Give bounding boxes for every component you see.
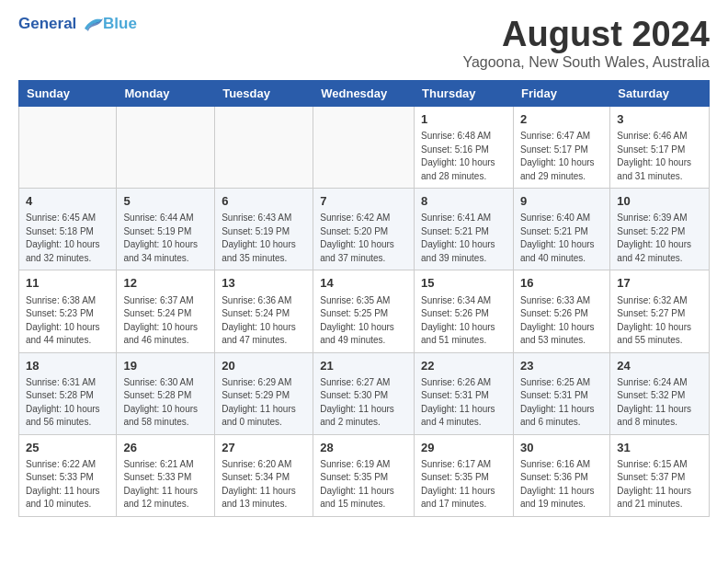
day-info: Sunrise: 6:48 AM Sunset: 5:16 PM Dayligh… bbox=[421, 130, 506, 183]
calendar-cell bbox=[215, 107, 313, 189]
day-info: Sunrise: 6:29 AM Sunset: 5:29 PM Dayligh… bbox=[222, 376, 306, 430]
day-info: Sunrise: 6:37 AM Sunset: 5:24 PM Dayligh… bbox=[123, 294, 208, 348]
day-info: Sunrise: 6:40 AM Sunset: 5:21 PM Dayligh… bbox=[520, 212, 603, 265]
day-number: 28 bbox=[320, 440, 407, 456]
logo-bird-icon bbox=[83, 16, 103, 32]
day-number: 24 bbox=[617, 358, 702, 374]
day-info: Sunrise: 6:26 AM Sunset: 5:31 PM Dayligh… bbox=[421, 376, 506, 430]
calendar-cell bbox=[313, 107, 415, 189]
calendar-cell bbox=[19, 107, 117, 189]
calendar-title: August 2024 bbox=[462, 15, 710, 54]
calendar-cell: 13Sunrise: 6:36 AM Sunset: 5:24 PM Dayli… bbox=[215, 270, 313, 352]
calendar-week-row: 11Sunrise: 6:38 AM Sunset: 5:23 PM Dayli… bbox=[19, 270, 710, 352]
calendar-cell: 11Sunrise: 6:38 AM Sunset: 5:23 PM Dayli… bbox=[19, 270, 117, 352]
day-number: 21 bbox=[320, 358, 407, 374]
calendar-subtitle: Yagoona, New South Wales, Australia bbox=[462, 54, 710, 71]
day-info: Sunrise: 6:35 AM Sunset: 5:25 PM Dayligh… bbox=[320, 294, 407, 348]
column-header-monday: Monday bbox=[117, 81, 215, 107]
day-info: Sunrise: 6:36 AM Sunset: 5:24 PM Dayligh… bbox=[222, 294, 306, 348]
day-number: 7 bbox=[320, 193, 407, 210]
day-info: Sunrise: 6:45 AM Sunset: 5:18 PM Dayligh… bbox=[26, 212, 109, 265]
day-number: 13 bbox=[222, 275, 306, 292]
column-header-saturday: Saturday bbox=[610, 81, 710, 107]
calendar-cell: 26Sunrise: 6:21 AM Sunset: 5:33 PM Dayli… bbox=[117, 434, 215, 516]
calendar-cell: 10Sunrise: 6:39 AM Sunset: 5:22 PM Dayli… bbox=[610, 189, 710, 270]
day-info: Sunrise: 6:43 AM Sunset: 5:19 PM Dayligh… bbox=[222, 212, 306, 265]
day-info: Sunrise: 6:27 AM Sunset: 5:30 PM Dayligh… bbox=[320, 376, 407, 430]
calendar-cell bbox=[117, 107, 215, 189]
day-info: Sunrise: 6:34 AM Sunset: 5:26 PM Dayligh… bbox=[421, 294, 506, 348]
calendar-cell: 15Sunrise: 6:34 AM Sunset: 5:26 PM Dayli… bbox=[415, 270, 514, 352]
calendar-cell: 6Sunrise: 6:43 AM Sunset: 5:19 PM Daylig… bbox=[215, 189, 313, 270]
day-info: Sunrise: 6:17 AM Sunset: 5:35 PM Dayligh… bbox=[421, 458, 506, 511]
column-header-wednesday: Wednesday bbox=[313, 81, 415, 107]
day-info: Sunrise: 6:19 AM Sunset: 5:35 PM Dayligh… bbox=[320, 458, 407, 511]
day-number: 26 bbox=[123, 440, 208, 456]
calendar-cell: 30Sunrise: 6:16 AM Sunset: 5:36 PM Dayli… bbox=[513, 434, 609, 516]
day-number: 1 bbox=[421, 111, 506, 128]
day-info: Sunrise: 6:16 AM Sunset: 5:36 PM Dayligh… bbox=[520, 458, 603, 511]
calendar-cell: 21Sunrise: 6:27 AM Sunset: 5:30 PM Dayli… bbox=[313, 352, 415, 434]
column-header-sunday: Sunday bbox=[19, 81, 117, 107]
calendar-cell: 22Sunrise: 6:26 AM Sunset: 5:31 PM Dayli… bbox=[415, 352, 514, 434]
calendar-week-row: 4Sunrise: 6:45 AM Sunset: 5:18 PM Daylig… bbox=[19, 189, 710, 270]
day-number: 10 bbox=[617, 193, 702, 210]
column-header-friday: Friday bbox=[513, 81, 609, 107]
day-info: Sunrise: 6:24 AM Sunset: 5:32 PM Dayligh… bbox=[617, 376, 702, 430]
day-info: Sunrise: 6:42 AM Sunset: 5:20 PM Dayligh… bbox=[320, 212, 407, 265]
calendar-cell: 5Sunrise: 6:44 AM Sunset: 5:19 PM Daylig… bbox=[117, 189, 215, 270]
day-number: 18 bbox=[26, 358, 109, 374]
calendar-cell: 23Sunrise: 6:25 AM Sunset: 5:31 PM Dayli… bbox=[513, 352, 609, 434]
calendar-week-row: 1Sunrise: 6:48 AM Sunset: 5:16 PM Daylig… bbox=[19, 107, 710, 189]
calendar-cell: 20Sunrise: 6:29 AM Sunset: 5:29 PM Dayli… bbox=[215, 352, 313, 434]
calendar-cell: 16Sunrise: 6:33 AM Sunset: 5:26 PM Dayli… bbox=[513, 270, 609, 352]
day-number: 19 bbox=[123, 358, 208, 374]
calendar-cell: 28Sunrise: 6:19 AM Sunset: 5:35 PM Dayli… bbox=[313, 434, 415, 516]
day-info: Sunrise: 6:22 AM Sunset: 5:33 PM Dayligh… bbox=[26, 458, 109, 511]
day-info: Sunrise: 6:41 AM Sunset: 5:21 PM Dayligh… bbox=[421, 212, 506, 265]
calendar-body: 1Sunrise: 6:48 AM Sunset: 5:16 PM Daylig… bbox=[19, 107, 710, 517]
calendar-cell: 3Sunrise: 6:46 AM Sunset: 5:17 PM Daylig… bbox=[610, 107, 710, 189]
day-number: 8 bbox=[421, 193, 506, 210]
day-number: 30 bbox=[520, 440, 603, 456]
day-number: 17 bbox=[617, 275, 702, 292]
day-info: Sunrise: 6:15 AM Sunset: 5:37 PM Dayligh… bbox=[617, 458, 702, 511]
day-number: 20 bbox=[222, 358, 306, 374]
calendar-cell: 4Sunrise: 6:45 AM Sunset: 5:18 PM Daylig… bbox=[19, 189, 117, 270]
logo-general: General bbox=[18, 15, 76, 32]
day-number: 3 bbox=[617, 111, 702, 128]
day-info: Sunrise: 6:38 AM Sunset: 5:23 PM Dayligh… bbox=[26, 294, 109, 348]
day-number: 6 bbox=[222, 193, 306, 210]
day-number: 11 bbox=[26, 275, 109, 292]
calendar-week-row: 18Sunrise: 6:31 AM Sunset: 5:28 PM Dayli… bbox=[19, 352, 710, 434]
day-info: Sunrise: 6:44 AM Sunset: 5:19 PM Dayligh… bbox=[123, 212, 208, 265]
calendar-cell: 2Sunrise: 6:47 AM Sunset: 5:17 PM Daylig… bbox=[513, 107, 609, 189]
day-info: Sunrise: 6:46 AM Sunset: 5:17 PM Dayligh… bbox=[617, 130, 702, 183]
day-info: Sunrise: 6:20 AM Sunset: 5:34 PM Dayligh… bbox=[222, 458, 306, 511]
day-info: Sunrise: 6:39 AM Sunset: 5:22 PM Dayligh… bbox=[617, 212, 702, 265]
day-number: 15 bbox=[421, 275, 506, 292]
calendar-cell: 12Sunrise: 6:37 AM Sunset: 5:24 PM Dayli… bbox=[117, 270, 215, 352]
day-info: Sunrise: 6:25 AM Sunset: 5:31 PM Dayligh… bbox=[520, 376, 603, 430]
day-number: 4 bbox=[26, 193, 109, 210]
day-number: 27 bbox=[222, 440, 306, 456]
day-info: Sunrise: 6:33 AM Sunset: 5:26 PM Dayligh… bbox=[520, 294, 603, 348]
title-section: August 2024 Yagoona, New South Wales, Au… bbox=[462, 15, 710, 71]
calendar-cell: 29Sunrise: 6:17 AM Sunset: 5:35 PM Dayli… bbox=[415, 434, 514, 516]
calendar-cell: 14Sunrise: 6:35 AM Sunset: 5:25 PM Dayli… bbox=[313, 270, 415, 352]
calendar-cell: 24Sunrise: 6:24 AM Sunset: 5:32 PM Dayli… bbox=[610, 352, 710, 434]
column-header-tuesday: Tuesday bbox=[215, 81, 313, 107]
calendar-table: SundayMondayTuesdayWednesdayThursdayFrid… bbox=[18, 80, 710, 517]
day-info: Sunrise: 6:21 AM Sunset: 5:33 PM Dayligh… bbox=[123, 458, 208, 511]
day-number: 31 bbox=[617, 440, 702, 456]
day-number: 25 bbox=[26, 440, 109, 456]
day-info: Sunrise: 6:47 AM Sunset: 5:17 PM Dayligh… bbox=[520, 130, 603, 183]
calendar-cell: 1Sunrise: 6:48 AM Sunset: 5:16 PM Daylig… bbox=[415, 107, 514, 189]
day-info: Sunrise: 6:32 AM Sunset: 5:27 PM Dayligh… bbox=[617, 294, 702, 348]
day-number: 22 bbox=[421, 358, 506, 374]
calendar-cell: 8Sunrise: 6:41 AM Sunset: 5:21 PM Daylig… bbox=[415, 189, 514, 270]
calendar-cell: 9Sunrise: 6:40 AM Sunset: 5:21 PM Daylig… bbox=[513, 189, 609, 270]
logo-blue: Blue bbox=[103, 15, 137, 32]
day-number: 9 bbox=[520, 193, 603, 210]
calendar-cell: 17Sunrise: 6:32 AM Sunset: 5:27 PM Dayli… bbox=[610, 270, 710, 352]
